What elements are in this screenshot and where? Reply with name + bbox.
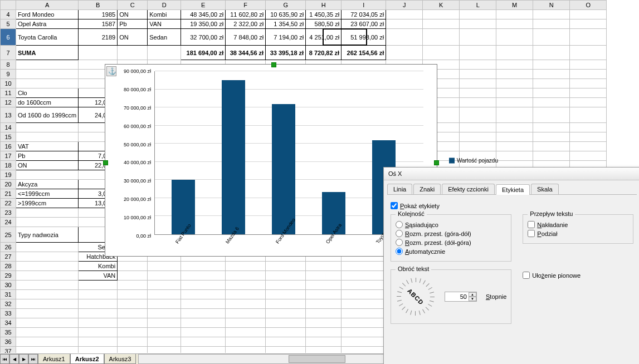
- col-header[interactable]: E: [181, 1, 226, 10]
- cell[interactable]: [148, 46, 181, 60]
- spin-up-icon[interactable]: ▲: [469, 292, 476, 297]
- col-header[interactable]: F: [226, 1, 266, 10]
- cell[interactable]: 2189: [79, 29, 118, 46]
- cell[interactable]: [118, 309, 148, 318]
- break-checkbox[interactable]: Podział: [528, 230, 628, 237]
- row-header[interactable]: 17: [1, 151, 16, 161]
- row-header[interactable]: 12: [1, 98, 16, 107]
- col-header[interactable]: K: [423, 1, 460, 10]
- cell[interactable]: 51 993,00 zł: [342, 29, 386, 46]
- cell[interactable]: [118, 46, 148, 60]
- cell[interactable]: Sedan: [148, 29, 181, 46]
- cell[interactable]: [460, 60, 496, 70]
- cell[interactable]: >1999ccm: [16, 199, 79, 208]
- row-header[interactable]: 6: [1, 29, 16, 46]
- show-labels-input[interactable]: [391, 202, 398, 209]
- cell[interactable]: [570, 107, 607, 123]
- cell[interactable]: [306, 318, 342, 328]
- row-header[interactable]: 27: [1, 252, 16, 262]
- col-header[interactable]: I: [342, 1, 386, 10]
- cell[interactable]: [16, 290, 79, 299]
- cell[interactable]: [266, 290, 306, 299]
- cell[interactable]: [460, 98, 496, 107]
- cell[interactable]: Akcyza: [16, 180, 79, 189]
- cell[interactable]: [342, 271, 386, 281]
- cell[interactable]: [533, 29, 570, 46]
- cell[interactable]: [181, 328, 226, 337]
- cell[interactable]: [460, 46, 496, 60]
- cell[interactable]: [148, 337, 181, 347]
- cell[interactable]: [306, 290, 342, 299]
- row-header[interactable]: 33: [1, 309, 16, 318]
- row-header[interactable]: 9: [1, 70, 16, 79]
- dialog-title[interactable]: Oś X: [384, 168, 639, 180]
- cell[interactable]: [306, 337, 342, 347]
- cell[interactable]: Pb: [16, 151, 79, 161]
- cell[interactable]: [118, 262, 148, 271]
- cell[interactable]: [423, 19, 460, 29]
- cell[interactable]: [118, 318, 148, 328]
- cell[interactable]: ON: [16, 161, 79, 170]
- row-header[interactable]: 24: [1, 218, 16, 227]
- cell[interactable]: [226, 309, 266, 318]
- cell[interactable]: 1 450,35 zł: [306, 10, 342, 19]
- cell[interactable]: [386, 29, 423, 46]
- cell[interactable]: [16, 347, 79, 353]
- cell[interactable]: 580,50 zł: [306, 19, 342, 29]
- cell[interactable]: [496, 142, 533, 151]
- cell[interactable]: [570, 151, 607, 161]
- dialog-tab[interactable]: Etykieta: [496, 184, 530, 195]
- cell[interactable]: [570, 70, 607, 79]
- cell[interactable]: [226, 281, 266, 290]
- cell[interactable]: [16, 309, 79, 318]
- row-header[interactable]: 11: [1, 88, 16, 98]
- cell[interactable]: [342, 328, 386, 337]
- cell[interactable]: [79, 290, 118, 299]
- cell[interactable]: VAN: [148, 19, 181, 29]
- cell[interactable]: Typy nadwozia: [16, 227, 79, 243]
- cell[interactable]: [496, 151, 533, 161]
- cell[interactable]: [570, 88, 607, 98]
- cell[interactable]: [306, 328, 342, 337]
- cell[interactable]: [496, 98, 533, 107]
- cell[interactable]: Opel Astra: [16, 19, 79, 29]
- row-header[interactable]: 21: [1, 189, 16, 199]
- row-header[interactable]: 36: [1, 337, 16, 347]
- row-header[interactable]: 35: [1, 328, 16, 337]
- cell[interactable]: 7 194,00 zł: [266, 29, 306, 46]
- cell[interactable]: [148, 271, 181, 281]
- cell[interactable]: [16, 70, 79, 79]
- cell[interactable]: [226, 262, 266, 271]
- cell[interactable]: [16, 271, 79, 281]
- row-header[interactable]: 20: [1, 180, 16, 189]
- cell[interactable]: [342, 309, 386, 318]
- cell[interactable]: VAN: [79, 271, 118, 281]
- cell[interactable]: [148, 347, 181, 353]
- degrees-input[interactable]: [445, 292, 469, 301]
- cell[interactable]: [460, 88, 496, 98]
- cell[interactable]: [266, 347, 306, 353]
- cell[interactable]: [496, 88, 533, 98]
- cell[interactable]: [533, 46, 570, 60]
- cell[interactable]: [496, 60, 533, 70]
- col-header[interactable]: B: [79, 1, 118, 10]
- cell[interactable]: Od 1600 do 1999ccm: [16, 107, 79, 123]
- cell[interactable]: [533, 79, 570, 88]
- row-header[interactable]: 13: [1, 107, 16, 123]
- cell[interactable]: [570, 46, 607, 60]
- row-header[interactable]: 30: [1, 281, 16, 290]
- cell[interactable]: 38 344,56 zł: [226, 46, 266, 60]
- dialog-tab[interactable]: Skala: [531, 184, 559, 194]
- col-header[interactable]: O: [570, 1, 607, 10]
- overlap-checkbox[interactable]: Nakładanie: [528, 221, 628, 228]
- degrees-spinner[interactable]: ▲▼: [445, 292, 477, 302]
- cell[interactable]: ON: [118, 29, 148, 46]
- cell[interactable]: [460, 142, 496, 151]
- cell[interactable]: [342, 337, 386, 347]
- dialog-tab[interactable]: Znaki: [413, 184, 441, 194]
- tabnav-prev-icon[interactable]: ◀: [9, 354, 19, 364]
- cell[interactable]: [496, 29, 533, 46]
- cell[interactable]: [79, 347, 118, 353]
- sheet-tab[interactable]: Arkusz2: [70, 354, 104, 364]
- cell[interactable]: [266, 262, 306, 271]
